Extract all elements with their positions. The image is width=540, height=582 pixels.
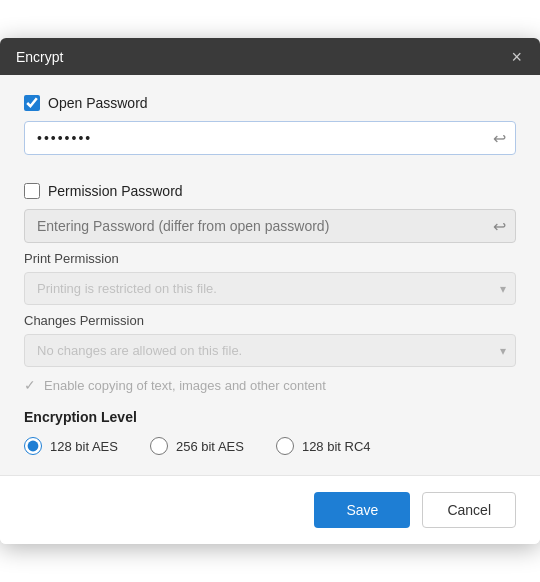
checkmark-icon: ✓ — [24, 377, 36, 393]
permission-password-checkbox[interactable] — [24, 183, 40, 199]
encrypt-dialog: Encrypt × Open Password ↩ Permission Pas… — [0, 38, 540, 544]
radio-128-aes-input[interactable] — [24, 437, 42, 455]
copy-content-label: Enable copying of text, images and other… — [44, 378, 326, 393]
permission-password-eye-icon: ↩ — [493, 217, 506, 236]
permission-password-input-wrapper: ↩ — [24, 209, 516, 243]
open-password-checkbox-row: Open Password — [24, 95, 516, 111]
encryption-level-section: Encryption Level 128 bit AES 256 bit AES… — [24, 409, 516, 455]
encryption-radio-group: 128 bit AES 256 bit AES 128 bit RC4 — [24, 437, 516, 455]
changes-permission-select-wrapper: No changes are allowed on this file. ▾ — [24, 334, 516, 367]
open-password-input-wrapper: ↩ — [24, 121, 516, 155]
permission-password-input[interactable] — [24, 209, 516, 243]
radio-128-rc4-label[interactable]: 128 bit RC4 — [302, 439, 371, 454]
open-password-section: Open Password ↩ — [24, 95, 516, 155]
print-permission-select-wrapper: Printing is restricted on this file. ▾ — [24, 272, 516, 305]
radio-256-aes-input[interactable] — [150, 437, 168, 455]
dialog-title: Encrypt — [16, 49, 63, 65]
close-button[interactable]: × — [509, 48, 524, 66]
copy-content-row: ✓ Enable copying of text, images and oth… — [24, 377, 516, 393]
encryption-level-title: Encryption Level — [24, 409, 516, 425]
radio-128-rc4-input[interactable] — [276, 437, 294, 455]
save-button[interactable]: Save — [314, 492, 410, 528]
permission-password-label[interactable]: Permission Password — [48, 183, 183, 199]
permission-password-checkbox-row: Permission Password — [24, 183, 516, 199]
radio-256-aes: 256 bit AES — [150, 437, 244, 455]
title-bar: Encrypt × — [0, 38, 540, 75]
radio-128-aes: 128 bit AES — [24, 437, 118, 455]
dialog-body: Open Password ↩ Permission Password ↩ Pr… — [0, 75, 540, 475]
print-permission-label: Print Permission — [24, 251, 516, 266]
cancel-button[interactable]: Cancel — [422, 492, 516, 528]
changes-permission-select[interactable]: No changes are allowed on this file. — [24, 334, 516, 367]
open-password-checkbox[interactable] — [24, 95, 40, 111]
open-password-input[interactable] — [24, 121, 516, 155]
open-password-eye-icon[interactable]: ↩ — [493, 129, 506, 148]
radio-128-rc4: 128 bit RC4 — [276, 437, 371, 455]
radio-128-aes-label[interactable]: 128 bit AES — [50, 439, 118, 454]
dialog-footer: Save Cancel — [0, 475, 540, 544]
print-permission-select[interactable]: Printing is restricted on this file. — [24, 272, 516, 305]
radio-256-aes-label[interactable]: 256 bit AES — [176, 439, 244, 454]
permission-password-section: Permission Password ↩ Print Permission P… — [24, 183, 516, 393]
open-password-label[interactable]: Open Password — [48, 95, 148, 111]
changes-permission-label: Changes Permission — [24, 313, 516, 328]
